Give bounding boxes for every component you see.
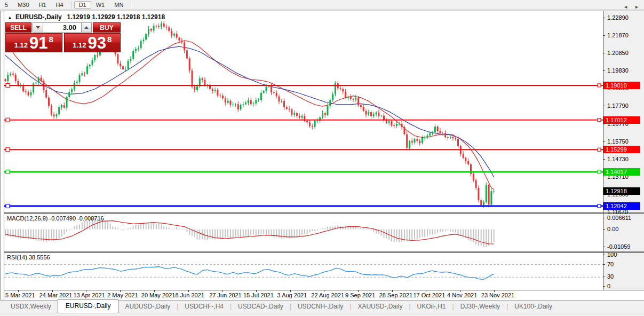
tab-eurusd-daily[interactable]: EURUSD-,Daily xyxy=(58,299,119,313)
tab-usdx-weekly[interactable]: USDX,Weekly xyxy=(4,301,58,313)
tab-ukoil-h1[interactable]: UKOil-,H1 xyxy=(411,301,452,313)
macd-histogram-bar xyxy=(471,230,472,241)
level-handle-left[interactable] xyxy=(6,83,10,87)
tab-xauusd-daily[interactable]: XAUUSD-,Daily xyxy=(351,301,409,313)
candle-body xyxy=(357,98,359,105)
tab-usdchf-h4[interactable]: USDCHF-,H4 xyxy=(178,301,230,313)
macd-histogram-bar xyxy=(25,230,26,239)
macd-histogram-bar xyxy=(250,230,251,235)
candle-body xyxy=(301,116,303,117)
candle-body xyxy=(219,96,221,96)
date-label-0: 5 Mar 2021 xyxy=(5,292,35,298)
candle-body xyxy=(161,23,162,27)
macd-histogram-bar xyxy=(222,230,224,239)
tab-usdcad-daily[interactable]: USDCAD-,Daily xyxy=(232,301,290,313)
candle-body xyxy=(383,116,385,120)
macd-histogram-bar xyxy=(271,230,272,236)
candle-body xyxy=(293,113,295,115)
macd-histogram-bar xyxy=(345,226,346,230)
rsi-scale-100: 100 xyxy=(603,251,644,258)
macd-histogram-bar xyxy=(207,230,208,240)
timeframe-button-M30[interactable]: M30 xyxy=(13,1,34,9)
tab-usdcnh-daily[interactable]: USDCNH-,Daily xyxy=(291,301,349,313)
sell-price-button[interactable]: 1.12918 xyxy=(5,33,62,52)
candle-body xyxy=(33,83,34,92)
volume-decrease-button[interactable] xyxy=(33,22,43,33)
sell-button[interactable]: SELL xyxy=(5,22,31,33)
macd-histogram-bar xyxy=(473,230,474,243)
date-label-12: 17 Oct 2021 xyxy=(413,292,445,298)
level-handle-left[interactable] xyxy=(6,170,10,173)
date-label-3: 2 May 2021 xyxy=(107,292,138,298)
timeframe-button-H4[interactable]: H4 xyxy=(51,1,68,9)
macd-histogram-bar xyxy=(268,230,269,235)
volume-input[interactable] xyxy=(43,22,81,33)
candle-body xyxy=(94,55,96,60)
candle-body xyxy=(235,104,236,105)
tab-audusd-daily[interactable]: AUDUSD-,Daily xyxy=(118,301,177,313)
level-handle-right[interactable] xyxy=(598,84,601,87)
candle-body xyxy=(437,127,439,131)
macd-histogram-bar xyxy=(358,228,359,229)
timeframe-button-H1[interactable]: H1 xyxy=(34,1,51,9)
volume-increase-button[interactable] xyxy=(81,22,92,33)
candle-body xyxy=(281,101,282,101)
candle-body xyxy=(28,92,29,95)
macd-histogram-bar xyxy=(210,230,211,239)
candle-body xyxy=(442,133,443,133)
timeframe-button-W1[interactable]: W1 xyxy=(91,1,110,9)
level-price-badge-1.19010: 1.19010 xyxy=(603,82,640,89)
candle-body xyxy=(5,79,6,81)
buy-button[interactable]: BUY xyxy=(93,22,121,33)
timeframe-button-MN[interactable]: MN xyxy=(109,1,128,9)
level-handle-right[interactable] xyxy=(598,148,601,151)
macd-histogram-bar xyxy=(30,230,31,239)
candle-body xyxy=(97,55,98,56)
candle-body xyxy=(335,83,336,94)
candle-body xyxy=(327,106,329,115)
macd-histogram-bar xyxy=(409,230,410,241)
level-handle-left[interactable] xyxy=(6,118,10,122)
candle-body xyxy=(51,106,52,114)
candle-body xyxy=(393,125,395,126)
level-price-badge-1.15299: 1.15299 xyxy=(603,146,640,153)
macd-histogram-bar xyxy=(184,230,185,230)
macd-histogram-bar xyxy=(225,230,226,239)
level-handle-left[interactable] xyxy=(6,148,10,152)
level-handle-right[interactable] xyxy=(598,118,601,122)
macd-histogram-bar xyxy=(230,230,231,239)
level-handle-right[interactable] xyxy=(598,170,601,173)
candle-body xyxy=(486,185,487,203)
macd-histogram-bar xyxy=(488,230,489,246)
tab-scroll-right-icon[interactable]: ► xyxy=(634,4,639,10)
tab-uk100-daily[interactable]: UK100-,Daily xyxy=(508,301,559,313)
collapse-triangle-icon[interactable]: ▲ xyxy=(7,15,12,20)
tab-dj30-weekly[interactable]: DJ30-,Weekly xyxy=(454,301,506,313)
candle-body xyxy=(250,100,252,105)
price-tick-1.15750: 1.15750 xyxy=(603,138,644,145)
candle-body xyxy=(350,97,352,99)
candle-body xyxy=(61,105,62,107)
date-axis: 5 Mar 202124 Mar 202113 Apr 20212 May 20… xyxy=(4,290,644,300)
timeframe-button-D1[interactable]: D1 xyxy=(74,1,91,9)
candle-body xyxy=(396,124,397,126)
level-handle-right[interactable] xyxy=(598,204,601,208)
macd-histogram-bar xyxy=(181,230,182,230)
macd-histogram-bar xyxy=(440,230,441,232)
timeframe-button-5[interactable]: 5 xyxy=(0,1,13,9)
macd-histogram-bar xyxy=(309,230,311,233)
candle-body xyxy=(406,135,408,148)
toolbar-separator xyxy=(71,2,71,9)
buy-price-button[interactable]: 1.12938 xyxy=(64,33,121,52)
price-tick-1.21870: 1.21870 xyxy=(603,32,644,38)
macd-histogram-bar xyxy=(266,230,267,235)
level-price-badge-1.12042: 1.12042 xyxy=(603,202,640,210)
macd-histogram-bar xyxy=(112,226,113,229)
candle-body xyxy=(286,107,288,109)
tab-scroll-left-icon[interactable]: ◄ xyxy=(623,4,628,10)
level-handle-left[interactable] xyxy=(6,204,10,208)
candle-body xyxy=(258,100,259,100)
rsi-pane[interactable] xyxy=(4,253,603,290)
status-strip xyxy=(0,313,644,316)
candle-body xyxy=(455,138,456,139)
